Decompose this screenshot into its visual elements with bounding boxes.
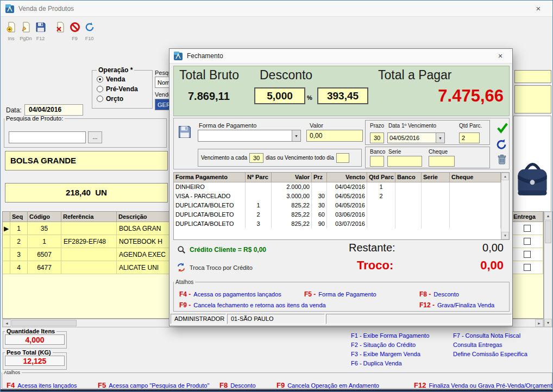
qtd-parc-field[interactable]: 2 (459, 132, 480, 143)
fkey-define-comissao[interactable]: Define Comissão Especifica (453, 351, 527, 357)
modal-shortcut-f9[interactable]: F9 -Cancela fechamento e retorna aos ite… (179, 300, 326, 309)
payment-row[interactable]: DINHEIRO 2.000,00 04/04/2016 1 (174, 182, 501, 192)
radio-venda[interactable]: Venda (97, 74, 151, 84)
pay-forma: DUPLICATA/BOLETO (174, 201, 246, 210)
scroll-up-icon[interactable]: ▲ (501, 173, 509, 180)
restante-value: 0,00 (424, 242, 504, 254)
cell-codigo: 35 (28, 222, 61, 235)
pay-serie (422, 192, 450, 201)
close-icon[interactable]: × (529, 1, 548, 17)
pay-prz: 60 (312, 210, 327, 219)
scroll-left-icon[interactable]: ◄ (3, 319, 11, 327)
fkey-consulta-entregas[interactable]: Consulta Entregas (453, 342, 502, 348)
toolbar-refresh-button[interactable]: F10 (82, 20, 97, 43)
fkey-f2[interactable]: F2 - Situação do Crédito (351, 342, 416, 348)
vencimento-cada-field[interactable]: 30 (249, 153, 263, 163)
fkey-f3[interactable]: F3 - Exibe Margem Venda (351, 351, 420, 357)
vencimento-dia-field[interactable] (336, 153, 349, 163)
payment-row[interactable]: DUPLICATA/BOLETO 3 825,22 90 03/07/2016 (174, 219, 501, 229)
data-field[interactable]: 04/04/2016 (24, 104, 83, 116)
vencimento-date-value: 04/05/2016 (389, 135, 419, 141)
vertical-scrollbar[interactable]: ▲ ▼ (544, 211, 552, 327)
shortcut-f4[interactable]: F4Acessa itens lançados (7, 380, 77, 390)
pay-serie (422, 182, 450, 192)
scroll-thumb[interactable] (11, 320, 77, 326)
shortcut-key: F4 - (179, 290, 191, 298)
swap-credit-icon (177, 263, 186, 272)
modal-shortcut-f5[interactable]: F5 -Forma de Pagamento (304, 289, 376, 299)
payments-vertical-scrollbar[interactable]: ▲ ▼ (501, 173, 509, 239)
modal-shortcut-f8[interactable]: F8 -Desconto (419, 289, 459, 299)
cheque-field[interactable] (429, 156, 455, 167)
fkey-f1[interactable]: F1 - Exibe Forma Pagamento (351, 332, 429, 339)
produto-browse-button[interactable]: ... (88, 131, 102, 143)
scroll-thumb[interactable] (545, 220, 551, 243)
radio-pre-venda[interactable]: Pré-Venda (97, 84, 151, 94)
toolbar-edit-button[interactable]: PgDn (18, 20, 33, 43)
toolbar-label-f9: F9 (72, 36, 78, 41)
entrega-checkbox[interactable] (524, 264, 531, 271)
pay-valor: 2.000,00 (272, 182, 312, 192)
toolbar-cancel-button[interactable]: F9 (67, 20, 82, 43)
delete-payment-icon[interactable] (497, 154, 507, 166)
pay-forma: VISA - PARCELADO (174, 192, 246, 201)
scroll-down-icon[interactable]: ▼ (501, 232, 509, 239)
shortcut-f9[interactable]: F9Cancela Operação em Andamento (276, 380, 379, 390)
confirm-payment-icon[interactable] (497, 122, 508, 134)
close-icon[interactable]: × (492, 52, 508, 60)
banco-field[interactable] (370, 156, 384, 167)
shortcut-text: Desconto (230, 382, 255, 389)
cheque-label: Cheque (429, 149, 448, 155)
pay-cheque (450, 182, 501, 192)
desconto-percent-field[interactable]: 5,000 (254, 87, 305, 104)
prazo-field[interactable]: 30 (370, 132, 384, 143)
cell-referencia (61, 248, 117, 261)
quantidade-itens-group: Quantidade Itens 4,000 (3, 328, 67, 349)
fkey-f6[interactable]: F6 - Duplica Venda (351, 360, 402, 366)
valor-field[interactable]: 0,00 (306, 130, 363, 142)
scroll-down-icon[interactable]: ▼ (544, 319, 552, 327)
scroll-right-icon[interactable]: ► (535, 319, 543, 327)
payment-row[interactable]: DUPLICATA/BOLETO 1 825,22 30 04/05/2016 (174, 201, 501, 210)
forma-pagamento-combo[interactable]: ▼ (198, 130, 301, 142)
produto-search-input[interactable] (9, 131, 86, 143)
scroll-up-icon[interactable]: ▲ (544, 212, 552, 220)
toolbar-insert-button[interactable]: Ins (4, 20, 18, 43)
troca-troco-button[interactable]: Troca Troco por Crédito (177, 263, 253, 272)
pay-banco (395, 182, 422, 192)
shortcut-f8[interactable]: F8Desconto (219, 380, 256, 390)
undo-icon[interactable] (495, 138, 507, 150)
modal-shortcut-f4[interactable]: F4 -Acessa os pagamentos lançados (179, 289, 281, 299)
save-payment-icon[interactable] (178, 125, 192, 139)
entrega-checkbox[interactable] (524, 225, 531, 232)
modal-shortcut-f12[interactable]: F12 -Grava/Finaliza Venda (419, 300, 494, 309)
pay-serie (422, 201, 450, 210)
cell-entrega (512, 222, 543, 235)
peso-total-group: Peso Total (KG) 12,125 (3, 349, 67, 370)
payments-header: Forma Pagamento Nº Parc Valor Prz Vencto… (174, 173, 501, 182)
shortcut-key: F9 - (179, 301, 191, 309)
cell-seq: 1 (10, 222, 28, 235)
serie-field[interactable] (387, 156, 422, 167)
radio-unchecked-icon (97, 86, 103, 92)
fkey-f7[interactable]: F7 - Consulta Nota Fiscal (453, 332, 520, 339)
cell-codigo: 6507 (28, 248, 61, 261)
payment-row[interactable]: DUPLICATA/BOLETO 2 825,22 60 03/06/2016 (174, 210, 501, 219)
col-qtdparc: Qtd Parc (367, 173, 395, 182)
entrega-checkbox[interactable] (524, 251, 531, 258)
radio-orcto[interactable]: Orçto (97, 94, 151, 104)
shortcut-f5[interactable]: F5Acessa campo "Pesquisa de Produto" (98, 380, 209, 390)
vencimento-date-combo[interactable]: 04/05/2016 ▼ (387, 132, 445, 143)
payment-row[interactable]: VISA - PARCELADO 3.000,00 30 04/05/2016 … (174, 192, 501, 201)
toolbar-save-button[interactable]: F12 (33, 20, 48, 43)
shortcut-key: F8 (219, 381, 228, 389)
pay-serie (422, 219, 450, 229)
vencimento-label: Data 1º Vencimento (388, 123, 436, 129)
pay-qtdparc: 2 (367, 192, 395, 201)
col-seq: Seq (10, 212, 28, 222)
shortcut-f12[interactable]: F12Finaliza Venda ou Grava Pré-Venda/Orç… (414, 380, 553, 390)
desconto-valor-field[interactable]: 393,45 (317, 87, 368, 104)
toolbar-delete-button[interactable] (53, 20, 67, 43)
insert-icon (6, 22, 17, 35)
entrega-checkbox[interactable] (524, 238, 531, 245)
